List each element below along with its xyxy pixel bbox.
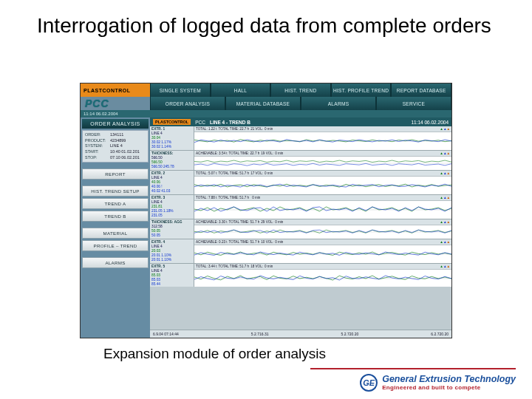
nav-service[interactable]: SERVICE (376, 97, 451, 110)
time-axis: 6.9.04 07:14:44 5.2.716.31 5.2.720.20 6.… (150, 330, 451, 338)
trend-chart: ACHIEVABLE: 3.30 t TOTAL TIME: 51.7 h 29… (194, 219, 451, 239)
time-axis-left: 6.9.04 07:14:44 (153, 332, 179, 336)
sidebar-header: ORDER ANALYSIS (82, 119, 149, 129)
extruder-info: EXTR. 5LINE 485.0385.0385.44 (150, 264, 194, 287)
trend-chart: ACHIEVABLE: 0.23 t TOTAL TIME: 51.7 h 10… (194, 239, 451, 263)
trend-row: EXTR. 5LINE 485.0385.0385.44TOTAL: 3.44 … (150, 264, 451, 287)
footer-rule (310, 368, 516, 369)
footer: GE General Extrusion Technology Engineer… (360, 374, 516, 392)
extruder-info: EXTR. 2LINE 440.0640.06 !40.02 41.03 (150, 171, 194, 194)
extruder-info: THICKNESS:566.50566.50566.50 245.78 (150, 151, 194, 170)
trend-row: THICKNESS:566.50566.50566.50 245.78ACHIE… (150, 151, 451, 171)
content-pane: PLASTCONTROL PCC LINE 4 - TREND B 11:14 … (150, 117, 451, 338)
extruder-info: EXTR. 3LINE 4231.81231.05 1.18%231.05 (150, 195, 194, 219)
order-info-box: ORDER:134111 PRODUCT:4234899 SYSTEM:LINE… (82, 130, 149, 163)
nav-order-analysis[interactable]: ORDER ANALYSIS (150, 97, 225, 110)
content-app-label: PCC (195, 120, 205, 125)
trend-chart: TOTAL: 5.07 t TOTAL TIME: 51.7 h 17 VOL:… (194, 171, 451, 194)
btn-material[interactable]: MATERIAL (82, 228, 149, 239)
trend-chart: TOTAL: 3.44 t TOTAL TIME: 51.7 h 18 VOL:… (194, 264, 451, 287)
trend-row: EXTR. 1LINE 430.0430.02 1.17%30.02 1.14%… (150, 126, 451, 151)
nav-single-system[interactable]: SINGLE SYSTEM (150, 83, 211, 97)
time-axis-mid2: 5.2.720.20 (341, 332, 359, 336)
footer-company: General Extrusion Technology (382, 375, 516, 384)
nav-alarms[interactable]: ALARMS (301, 97, 376, 110)
top-bar: PLASTCONTROL SINGLE SYSTEM HALL HIST. TR… (81, 83, 451, 117)
footer-tagline: Engineered and built to compete (382, 384, 516, 391)
nav-report-database[interactable]: REPORT DATABASE (391, 83, 451, 97)
extruder-info: EXTR. 1LINE 430.0430.02 1.17%30.02 1.14% (150, 126, 194, 150)
trend-rows: EXTR. 1LINE 430.0430.02 1.17%30.02 1.14%… (150, 126, 451, 330)
btn-hist-trend-setup[interactable]: HIST. TREND SETUP (82, 185, 149, 197)
content-header: PLASTCONTROL PCC LINE 4 - TREND B 11:14 … (150, 117, 451, 126)
trend-chart: ACHIEVABLE: 3.54 t TOTAL TIME: 22.7 h 19… (194, 151, 451, 170)
trend-chart: TOTAL: 1.22 t TOTAL TIME: 22.7 h 21 VOL:… (194, 126, 451, 150)
nav-hist-profile-trend[interactable]: HIST. PROFILE TREND (331, 83, 392, 97)
btn-trend-a[interactable]: TREND A (82, 198, 149, 209)
pcc-badge: PCC (81, 97, 150, 110)
extruder-info: THICKNESS: AGG312.5850.0550.05 (150, 219, 194, 239)
slide-subtitle: Expansion module of order analysis (103, 346, 326, 362)
nav-hall[interactable]: HALL (211, 83, 271, 97)
sidebar: ORDER ANALYSIS ORDER:134111 PRODUCT:4234… (81, 117, 150, 338)
ge-badge-icon: GE (360, 374, 378, 392)
trend-row: EXTR. 4LINE 420.0320.01 1.10%20.01 1.10%… (150, 239, 451, 264)
top-clock: 11:14 06.02.2004 (81, 110, 451, 117)
brand-logo: PLASTCONTROL (81, 83, 150, 97)
btn-trend-b[interactable]: TREND B (82, 211, 149, 222)
slide-title: Interrogation of logged data from comple… (37, 13, 491, 38)
content-title: LINE 4 - TREND B (210, 120, 406, 125)
trend-row: EXTR. 3LINE 4231.81231.05 1.18%231.05TOT… (150, 195, 451, 219)
content-brand: PLASTCONTROL (153, 119, 191, 125)
btn-report[interactable]: REPORT (82, 168, 149, 180)
btn-profile-trend[interactable]: PROFILE – TREND (82, 240, 149, 251)
extruder-info: EXTR. 4LINE 420.0320.01 1.10%20.01 1.10% (150, 239, 194, 263)
content-clock: 11:14 06.02.2004 (411, 120, 449, 125)
time-axis-mid1: 5.2.716.31 (251, 332, 269, 336)
app-window: PLASTCONTROL SINGLE SYSTEM HALL HIST. TR… (80, 83, 452, 338)
time-axis-right: 6.2.720.20 (431, 332, 449, 336)
nav-hist-trend[interactable]: HIST. TREND (270, 83, 331, 97)
trend-row: EXTR. 2LINE 440.0640.06 !40.02 41.03TOTA… (150, 171, 451, 195)
trend-row: THICKNESS: AGG312.5850.0550.05ACHIEVABLE… (150, 219, 451, 239)
nav-material-database[interactable]: MATERIAL DATABASE (225, 97, 301, 110)
trend-chart: TOTAL: 7.88 t TOTAL TIME: 51.7 h 0 min ▲… (194, 195, 451, 219)
btn-alarms[interactable]: ALARMS (82, 257, 149, 268)
